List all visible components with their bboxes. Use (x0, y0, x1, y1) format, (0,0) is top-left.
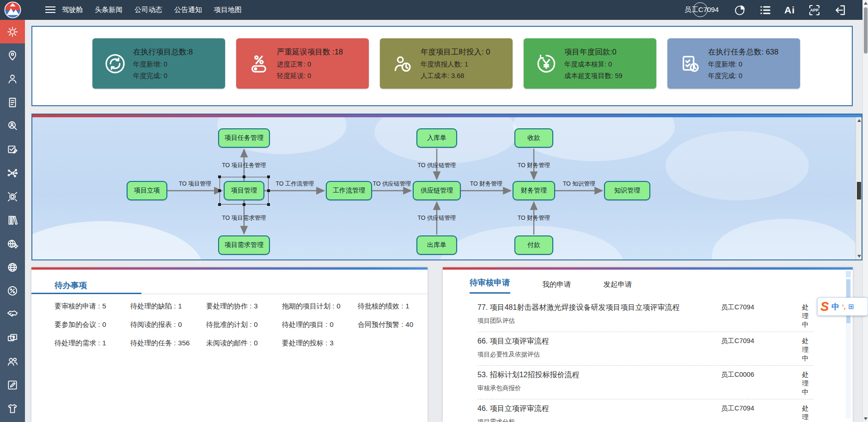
approval-row-3[interactable]: 53. 招标计划12招投标报价流程审核承包商报价员工C0006处理中 (477, 366, 813, 399)
nav-item-4[interactable]: 公告通知 (174, 6, 202, 14)
todo-item-9[interactable]: 待处理的项目 :0 (282, 320, 358, 329)
scroll-up-icon[interactable] (864, 2, 868, 5)
todo-grid: 要审核的申请 :5待处理的缺陷 :1要处理的协作 :3拖期的项目计划 :0待批核… (55, 302, 428, 348)
flow-node-inbound-order[interactable]: 入库单 (416, 128, 457, 148)
gear-arrows-icon (6, 191, 18, 203)
person-search-icon (6, 120, 18, 132)
sidebar-item-finance[interactable] (0, 326, 25, 350)
stat-card-line: 人工成本: 3.68 (421, 72, 490, 80)
approval-row-4[interactable]: 46. 项目立项评审流程项目需求分析员工C7094处理中 (477, 399, 813, 422)
stat-card-line: 成本超支项目数: 59 (564, 72, 623, 80)
sidebar-item-network[interactable] (0, 161, 25, 185)
todo-item-13[interactable]: 未阅读的邮件 :0 (206, 339, 282, 348)
tab-2[interactable]: 我的申请 (543, 280, 571, 294)
sidebar-item-settings[interactable] (0, 20, 25, 43)
handshake-icon (6, 308, 18, 320)
approval-title: 77. 项目481射击器材激光焊接设备研发项目项目立项评审流程 (477, 303, 709, 313)
flow-node-payment[interactable]: 付款 (514, 235, 553, 255)
todo-item-11[interactable]: 待处理的需求 :1 (55, 339, 130, 348)
stat-card-line: 进度正常: 0 (277, 60, 343, 69)
approvals-scrollbar[interactable] (846, 271, 851, 419)
flow-node-workflow-management[interactable]: 工作流管理 (326, 181, 372, 200)
input-language-toggle[interactable]: 中 (831, 301, 839, 312)
sidebar-item-map-pin[interactable] (0, 43, 25, 67)
sidebar-item-editor[interactable] (0, 373, 25, 397)
sidebar-item-apparel[interactable] (0, 397, 25, 420)
todo-item-label: 待阅读的报表 : (130, 320, 176, 328)
todo-item-6[interactable]: 要参加的会议 :0 (55, 320, 130, 329)
nav-menu: 驾驶舱头条新闻公司动态公告通知项目地图 (62, 0, 242, 20)
approval-row-2[interactable]: 66. 项目立项评审流程项目必要性及依据评估员工C7094处理中 (477, 332, 813, 366)
flow-node-finance-management[interactable]: 财务管理 (513, 181, 555, 200)
sidebar-item-discount[interactable] (0, 279, 25, 302)
logout-icon[interactable] (834, 4, 847, 17)
todo-item-8[interactable]: 待批准的计划 :0 (206, 320, 282, 329)
approval-row-1[interactable]: 77. 项目481射击器材激光焊接设备研发项目项目立项评审流程项目团队评估员工C… (477, 298, 813, 332)
todo-item-label: 合同预付预警 : (358, 320, 403, 328)
approval-subtitle: 项目需求分析 (477, 418, 813, 422)
sidebar-item-automation[interactable] (0, 185, 25, 208)
nav-item-5[interactable]: 项目地图 (214, 6, 242, 14)
todo-item-3[interactable]: 要处理的协作 :3 (206, 302, 282, 311)
flow-node-project-initiation[interactable]: 项目立项 (127, 181, 167, 200)
flow-diagram-canvas[interactable]: TO 项目管理TO 工作流管理TO 供应链管理TO 财务管理TO 知识管理TO … (32, 117, 856, 259)
nav-item-2[interactable]: 头条新闻 (95, 6, 122, 14)
tab-1[interactable]: 待审核申请 (470, 277, 510, 294)
sidebar-item-user-search[interactable] (0, 114, 25, 138)
todo-item-10[interactable]: 合同预付预警 :40 (358, 320, 434, 329)
todo-item-1[interactable]: 要审核的申请 :5 (55, 302, 130, 311)
tab-3[interactable]: 发起申请 (604, 280, 632, 294)
list-menu-icon[interactable] (759, 4, 772, 17)
sidebar-item-library[interactable] (0, 208, 25, 232)
todo-item-4[interactable]: 拖期的项目计划 :0 (282, 302, 358, 311)
stat-card-5: 在执行任务总数: 638年度新增: 0年度完成: 0 (667, 38, 800, 89)
scroll-up-icon[interactable] (846, 271, 851, 277)
avatar-ring-icon (693, 2, 708, 17)
user-menu[interactable]: 员工C7094 (682, 6, 721, 14)
todo-item-14[interactable]: 要处理的投标 :3 (282, 339, 358, 348)
soft-keyboard-icon[interactable]: ⊞ (848, 302, 854, 311)
todo-item-12[interactable]: 待处理的任务 :356 (130, 339, 206, 348)
nav-item-3[interactable]: 公司动态 (134, 6, 162, 14)
diagram-scroll-thumb[interactable] (857, 182, 861, 199)
page-scroll-thumb[interactable] (864, 7, 868, 54)
sidebar-item-contacts[interactable] (0, 350, 25, 373)
sidebar-item-web[interactable] (0, 255, 25, 279)
todo-item-5[interactable]: 待批核的绩效 :1 (358, 302, 434, 311)
flow-node-supply-chain-management[interactable]: 供应链管理 (413, 181, 461, 200)
sidebar-item-global-config[interactable] (0, 232, 25, 255)
todo-item-count: 0 (254, 320, 257, 328)
flow-node-knowledge-management[interactable]: 知识管理 (604, 181, 650, 200)
stat-card-3: 年度项目工时投入: 0年度填报人数: 1人工成本: 3.68 (380, 38, 513, 89)
sidebar-item-user[interactable] (0, 67, 25, 90)
flow-node-project-management[interactable]: 项目管理 (224, 181, 264, 200)
flow-node-project-requirement-management[interactable]: 项目需求管理 (218, 235, 270, 255)
app-download-icon[interactable]: APP (807, 3, 821, 17)
ai-assistant-button[interactable]: Ai (784, 5, 795, 16)
todo-item-7[interactable]: 待阅读的报表 :0 (130, 320, 206, 329)
scroll-down-icon[interactable] (864, 417, 868, 420)
sidebar-item-partnership[interactable] (0, 302, 25, 326)
approval-status: 处理中 (802, 370, 813, 397)
hamburger-menu-icon[interactable] (45, 6, 55, 15)
flow-node-project-task-management[interactable]: 项目任务管理 (218, 128, 270, 148)
flow-node-receipt[interactable]: 收款 (514, 128, 553, 148)
sidebar-item-documents[interactable] (0, 90, 25, 114)
todo-item-count: 0 (178, 320, 182, 328)
flow-node-outbound-order[interactable]: 出库单 (416, 235, 457, 255)
sogou-input-bar[interactable]: S 中 ’, ⊞ (817, 297, 868, 316)
pie-chart-icon[interactable] (734, 4, 746, 16)
scroll-down-icon[interactable] (857, 255, 861, 258)
punctuation-toggle[interactable]: ’, (842, 303, 845, 310)
nav-item-1[interactable]: 驾驶舱 (62, 6, 83, 14)
panel-accent-strip (443, 267, 853, 270)
sidebar-item-task-audit[interactable] (0, 138, 25, 161)
scroll-up-icon[interactable] (857, 119, 861, 122)
approval-user: 员工C7094 (721, 303, 754, 312)
diagram-scrollbar[interactable] (856, 117, 862, 259)
approval-title: 66. 项目立项评审流程 (477, 337, 709, 346)
stat-card-line: 轻度延误: 0 (277, 72, 343, 80)
todo-item-2[interactable]: 待处理的缺陷 :1 (130, 302, 206, 311)
flow-edge-label: TO 财务管理 (518, 162, 550, 169)
page-scrollbar[interactable] (862, 0, 868, 422)
